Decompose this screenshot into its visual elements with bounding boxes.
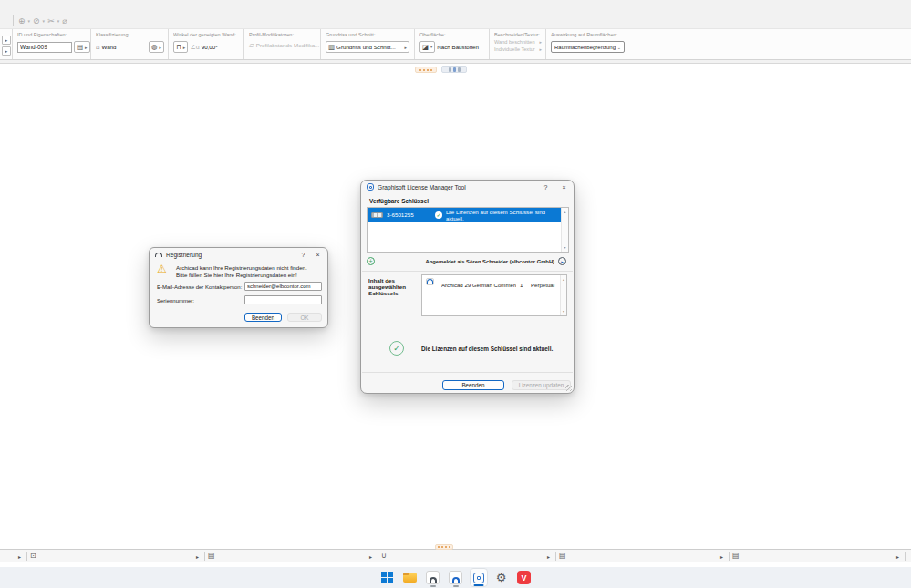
chevron-down-icon[interactable]: ▾: [57, 18, 60, 24]
archicad-icon: [426, 571, 440, 584]
surface-paint-button[interactable]: ◪ ▾: [419, 41, 435, 53]
archicad-product-icon: [426, 278, 434, 285]
tab-slider-handle[interactable]: [441, 66, 467, 73]
registration-message-line2: Bitte füllen Sie hier Ihre Registrierung…: [176, 272, 297, 278]
section-zone-relation: Auswirkung auf Raumflächen: Raumflächenb…: [546, 29, 628, 59]
app-toolbar-area: ⊕ ▾ ⊘ ▾ ✂ ▾ ⌀ ▸ ▸ ID und Eigenschaften: …: [0, 0, 911, 64]
available-keys-list[interactable]: 3-6501255 ✓ Die Lizenzen auf diesem Schl…: [367, 207, 569, 253]
classification-icon: ⌂: [96, 43, 100, 51]
element-id-input[interactable]: [17, 42, 72, 53]
section-label: Auswirkung auf Raumflächen:: [551, 32, 625, 37]
expand-panel-button[interactable]: ▸: [2, 36, 11, 45]
key-contents-list[interactable]: Archicad 29 German Commercial ... 1 Perp…: [421, 274, 567, 316]
account-menu-button[interactable]: ▸: [558, 257, 566, 265]
section-label: Oberfläche:: [419, 32, 485, 37]
scroll-left-button[interactable]: ▸: [896, 553, 899, 560]
panel-grid-icon[interactable]: ▤: [208, 552, 215, 560]
update-licenses-button[interactable]: Lizenzen updaten: [512, 380, 571, 390]
scrollbar[interactable]: ▴ ▾: [560, 275, 566, 315]
ok-button[interactable]: OK: [287, 313, 322, 322]
close-icon[interactable]: ×: [558, 182, 570, 192]
scroll-left-button[interactable]: ▸: [18, 553, 21, 560]
resize-grip[interactable]: [565, 385, 572, 391]
add-key-button[interactable]: +: [367, 257, 375, 265]
available-keys-label: Verfügbare Schlüssel: [369, 198, 429, 204]
chevron-down-icon[interactable]: ▾: [28, 18, 31, 24]
chevron-right-icon: ▸: [539, 46, 542, 52]
signed-in-text: Angemeldet als Sören Schneider (elbconto…: [426, 259, 554, 264]
file-explorer-button[interactable]: [401, 568, 419, 587]
divider: [729, 552, 730, 561]
scroll-left-button[interactable]: ▸: [547, 553, 550, 560]
chevron-right-icon: ▸: [159, 45, 161, 50]
section-plan-and-section: Grundriss und Schnitt: ▥ Grundriss und S…: [321, 29, 415, 59]
registration-message-line1: Archicad kann Ihre Registrierungsdaten n…: [176, 264, 307, 271]
help-button[interactable]: ?: [540, 182, 552, 192]
archicad-app-2[interactable]: [447, 568, 465, 587]
section-label: Profil-Modifikatoren:: [249, 32, 316, 37]
split-tool-icon[interactable]: ✂: [47, 16, 55, 26]
section-trim-texture: Beschneiden/Textur: Wand beschnitten ▸ I…: [490, 29, 546, 59]
scroll-left-button[interactable]: ▸: [369, 553, 372, 560]
palette-drag-handle[interactable]: [435, 544, 453, 550]
settings-button[interactable]: ⚙: [492, 568, 511, 587]
expand-panel-button[interactable]: ▸: [2, 46, 11, 56]
eraser-tool-icon[interactable]: ⌀: [62, 16, 67, 26]
classification-picker-button[interactable]: ◍ ▸: [149, 41, 164, 53]
license-manager-icon: [473, 573, 484, 583]
subtract-from-selection-icon[interactable]: ⊘: [33, 16, 40, 26]
scroll-up-icon[interactable]: ▴: [564, 210, 565, 214]
email-field[interactable]: [244, 282, 322, 291]
divider: [204, 552, 205, 561]
plan-section-settings-button[interactable]: ▥ Grundriss und Schnitt... ▸: [326, 41, 409, 53]
license-manager-app[interactable]: [470, 568, 488, 587]
custom-texture-row[interactable]: Individuelle Textur ▸: [494, 46, 542, 52]
panel-grid-icon[interactable]: ▤: [559, 552, 566, 560]
archicad-app-1[interactable]: [424, 568, 442, 587]
globe-icon: ◍: [151, 43, 158, 51]
section-label: Winkel der geneigten Wand:: [173, 32, 240, 37]
chevron-down-icon[interactable]: ▾: [43, 18, 46, 24]
divider: [905, 552, 906, 561]
scroll-up-icon[interactable]: ▴: [563, 277, 564, 282]
info-box-bar: ▸ ▸ ID und Eigenschaften: ▤ ▸ Klassifizi…: [0, 28, 911, 60]
help-button[interactable]: ?: [297, 250, 309, 260]
close-icon[interactable]: ×: [312, 250, 324, 260]
active-indicator: [473, 584, 483, 586]
license-manager-dialog: Graphisoft License Manager Tool ? × Verf…: [360, 180, 575, 394]
profile-offset-icon: ▱: [249, 41, 254, 49]
start-button[interactable]: [378, 568, 397, 587]
divider: [555, 552, 556, 561]
floor-plan-icon: ▥: [328, 43, 335, 51]
palette-drag-handle[interactable]: [415, 67, 437, 73]
quit-button[interactable]: Beenden: [244, 313, 282, 322]
key-status-text: Die Lizenzen auf diesem Schlüssel sind a…: [446, 209, 561, 222]
scroll-down-icon[interactable]: ▾: [564, 245, 565, 250]
quick-options-icon[interactable]: ⊡: [30, 552, 36, 560]
license-manager-icon: [367, 183, 374, 191]
serial-number-field[interactable]: [244, 295, 322, 304]
properties-icon: ▤: [77, 43, 83, 51]
quit-button[interactable]: Beenden: [442, 380, 504, 390]
properties-button[interactable]: ▤ ▸: [74, 41, 90, 53]
scrollbar[interactable]: ▴ ▾: [561, 208, 568, 252]
key-row-selected[interactable]: 3-6501255 ✓ Die Lizenzen auf diesem Schl…: [368, 208, 561, 222]
add-to-selection-icon[interactable]: ⊕: [18, 16, 26, 26]
wall-geometry-button[interactable]: ⊓ ▸: [173, 41, 188, 53]
trim-row[interactable]: Wand beschnitten ▸: [494, 39, 542, 45]
surface-value: Nach Baustoffen: [437, 44, 479, 50]
panel-grid-icon[interactable]: ▤: [732, 552, 740, 560]
scroll-down-icon[interactable]: ▾: [563, 309, 564, 314]
zone-relation-select[interactable]: Raumflächenbegrenzung ⌄: [551, 41, 625, 53]
folder-icon: [403, 573, 417, 583]
paint-bucket-icon: ◪: [422, 43, 429, 51]
vivaldi-browser-button[interactable]: V: [515, 568, 533, 587]
wall-angle-value: 90,00°: [202, 44, 218, 50]
serial-number-label: Seriennummer:: [157, 298, 194, 304]
section-label: ID und Eigenschaften:: [17, 32, 87, 37]
scroll-left-button[interactable]: ▸: [196, 553, 199, 560]
section-label: Beschneiden/Textur:: [494, 32, 542, 37]
scroll-left-button[interactable]: ▸: [720, 553, 723, 560]
wall-icon: ⊓: [176, 43, 181, 51]
dock-icon[interactable]: ∪: [381, 552, 387, 560]
